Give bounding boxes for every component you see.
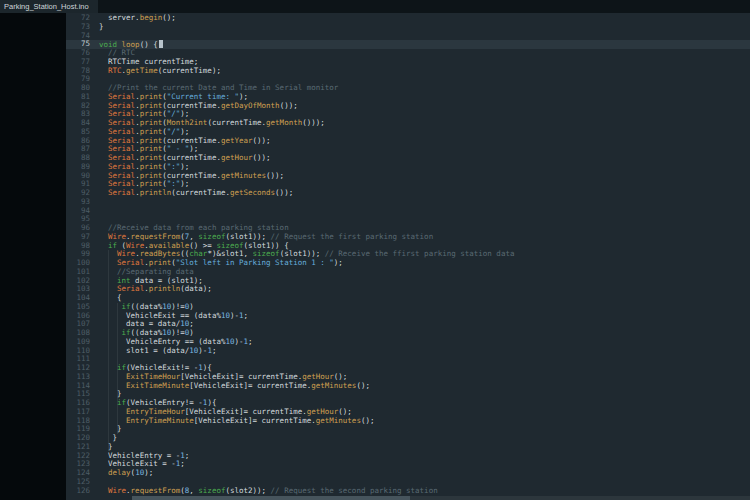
code-line[interactable]: 73}	[66, 23, 750, 32]
code-line[interactable]: 118 EntryTimeMinute[VehicleExit]= curren…	[66, 417, 750, 426]
code-text: delay(10);	[99, 469, 153, 478]
code-line[interactable]: 124 delay(10);	[66, 469, 750, 478]
code-text: RTC.getTime(currentTime);	[99, 67, 221, 76]
editor-body: 72 server.begin();73}7475void loop() {76…	[0, 13, 750, 500]
code-line[interactable]: 123 VehicleExit = -1;	[66, 460, 750, 469]
code-line[interactable]: 92 Serial.println(currentTime.getSeconds…	[66, 189, 750, 198]
code-text: Serial.println(currentTime.getSeconds())…	[99, 189, 293, 198]
left-gutter-panel	[0, 13, 66, 500]
code-line[interactable]: 120 }	[66, 434, 750, 443]
code-line[interactable]: 78 RTC.getTime(currentTime);	[66, 67, 750, 76]
ide-window: Parking_Station_Host.ino 72 server.begin…	[0, 0, 750, 500]
tab-label: Parking_Station_Host.ino	[4, 2, 89, 11]
editor-tab[interactable]: Parking_Station_Host.ino	[0, 0, 98, 13]
code-text: server.begin();	[99, 14, 176, 23]
code-line[interactable]: 94	[66, 207, 750, 216]
line-number[interactable]: 126	[66, 487, 99, 496]
code-area: 72 server.begin();73}7475void loop() {76…	[66, 14, 750, 495]
code-line[interactable]: 119 }	[66, 425, 750, 434]
indent-guide	[108, 250, 109, 451]
editor-tab-bar: Parking_Station_Host.ino	[0, 0, 750, 13]
horizontal-scrollbar[interactable]	[132, 496, 750, 500]
code-line[interactable]: 103 Serial.println(data);	[66, 285, 750, 294]
code-line[interactable]: 110 slot1 = (data/10)-1;	[66, 347, 750, 356]
indent-guide	[117, 303, 118, 434]
code-editor[interactable]: 72 server.begin();73}7475void loop() {76…	[66, 13, 750, 500]
code-line[interactable]: 93	[66, 198, 750, 207]
code-line[interactable]: 72 server.begin();	[66, 14, 750, 23]
code-text: }	[99, 23, 104, 32]
code-line[interactable]: 74	[66, 32, 750, 41]
code-text: Wire.requestFrom(8, sizeof(slot2)); // R…	[99, 487, 438, 496]
code-text: ExitTimeMinute[VehicleExit]= currentTime…	[99, 382, 370, 391]
horizontal-scrollbar-thumb[interactable]	[132, 496, 410, 500]
code-line[interactable]: 114 ExitTimeMinute[VehicleExit]= current…	[66, 382, 750, 391]
code-text: EntryTimeMinute[VehicleExit]= currentTim…	[99, 417, 374, 426]
code-line[interactable]: 75void loop() {	[66, 40, 750, 49]
text-cursor	[159, 40, 163, 48]
code-line[interactable]: 126 Wire.requestFrom(8, sizeof(slot2)); …	[66, 487, 750, 496]
